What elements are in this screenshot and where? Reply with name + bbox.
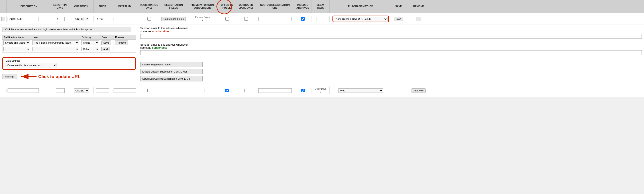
- pub-row1-issue-select[interactable]: The T-Bone and Puff Pastry Issue: [32, 40, 79, 45]
- pub-row2-add-button[interactable]: Add: [101, 47, 110, 51]
- row1-outbound-checkbox[interactable]: [244, 17, 248, 21]
- row1-outbound-cell: [236, 16, 256, 22]
- bottom-currency-select[interactable]: USD ($) EUR (€): [74, 88, 89, 93]
- row1-currency-cell: USD ($) EUR (€): [69, 15, 94, 22]
- arrow-icon: [19, 73, 37, 80]
- unsubscribe-text1: Send an email to this address whenever: [140, 27, 188, 30]
- bottom-row: USD ($) EUR (€) Delay D: [0, 84, 644, 97]
- expanded-content: Click here to view subscribers and login…: [0, 24, 644, 84]
- disable-registration-email-button[interactable]: Disable Registration Email: [140, 62, 203, 67]
- bottom-price-cell: [94, 87, 111, 94]
- header-save: SAVE: [392, 0, 405, 13]
- datasource-select[interactable]: Custom Authentication Interface Option 2…: [6, 63, 57, 67]
- pub-row2-issue-cell: [32, 46, 80, 52]
- row1-top: - USD ($) EUR (€): [0, 13, 644, 24]
- pub-row2-add-cell: Add: [100, 46, 114, 52]
- bottom-add-new-cell: Add New: [405, 87, 432, 94]
- pub-row2-name-select[interactable]: [3, 47, 30, 51]
- bottom-purchase-select[interactable]: Web None (Custom Reg. URL Req'd) PayPal: [338, 88, 383, 93]
- bottom-description-input[interactable]: [8, 88, 39, 93]
- row1-custom-url-input[interactable]: [258, 17, 292, 21]
- bottom-save-cell: [392, 89, 405, 92]
- bottom-outbound-checkbox[interactable]: [244, 89, 248, 92]
- settings-button[interactable]: Settings: [2, 74, 17, 79]
- row1-currency-select[interactable]: USD ($) EUR (€): [74, 17, 89, 21]
- bottom-preview-checkbox[interactable]: [201, 89, 204, 92]
- header-purchase: PURCHASE METHOD: [330, 0, 392, 13]
- subscribe-text2: someone: [140, 46, 151, 49]
- header-include: INCLUDE ARCHIVES: [294, 0, 312, 13]
- bottom-reg-only-checkbox[interactable]: [148, 89, 151, 92]
- row1-custom-url-cell: [256, 15, 294, 22]
- pub-row1-remove-cell: Remove: [114, 40, 130, 46]
- pub-row2-name-cell: [2, 46, 32, 52]
- unsubscribe-word: unsubscribes: [152, 30, 170, 33]
- bottom-paypal-input[interactable]: [114, 88, 136, 93]
- subscribe-section: Send an email to this address whenever s…: [140, 43, 642, 55]
- header-reg-only: REGISTRATION ONLY: [138, 0, 160, 13]
- bottom-length-input[interactable]: [56, 88, 64, 93]
- row1-reg-fields-cell: Registration Fields: [160, 15, 187, 22]
- bottom-outbound-cell: [236, 88, 256, 93]
- bottom-include-checkbox[interactable]: [301, 89, 305, 92]
- row1-reg-fields-button[interactable]: Registration Fields: [162, 17, 186, 21]
- purchase-method-box: None (Custom Reg. URL Req'd) Web PayPal: [332, 15, 389, 22]
- row1-length-cell: [51, 15, 69, 22]
- row1-length-input[interactable]: [56, 17, 64, 21]
- row1-delay-cell: [312, 15, 330, 22]
- pub-row1-remove-button[interactable]: Remove: [115, 40, 128, 45]
- row1-remove-button[interactable]: R: [416, 17, 422, 21]
- bottom-custom-url-input[interactable]: [258, 88, 292, 93]
- bottom-offer-checkbox[interactable]: [225, 89, 229, 92]
- unsubscribe-email-input[interactable]: [140, 34, 642, 39]
- pub-row1-name-select[interactable]: Sweets and Meats: [3, 40, 30, 45]
- row1-reg-only-checkbox[interactable]: [148, 17, 151, 21]
- subscribe-email-input[interactable]: [140, 50, 642, 55]
- row1-include-checkbox[interactable]: [301, 17, 305, 21]
- row1-price-cell: [94, 15, 111, 22]
- header-currency: CURRENCY: [69, 0, 94, 13]
- bottom-include-cell: [294, 88, 312, 93]
- row1-desc-cell: [7, 15, 51, 22]
- row1-purchase-select[interactable]: None (Custom Reg. URL Req'd) Web PayPal: [334, 17, 388, 21]
- annotation-text: Click to update URL: [38, 74, 80, 79]
- row1-minus-button[interactable]: -: [1, 17, 5, 21]
- bottom-price-input[interactable]: [96, 88, 109, 93]
- arrow-annotation: Click to update URL: [19, 73, 80, 80]
- pub-row2-issue-select[interactable]: [32, 47, 79, 51]
- pub-row1-save-button[interactable]: Save: [101, 40, 111, 45]
- pub-row2-delivery-select[interactable]: Online Print: [81, 47, 99, 51]
- pub-row1-delivery-select[interactable]: Online Print: [81, 40, 99, 45]
- row1-offer-checkbox[interactable]: [225, 17, 229, 21]
- enable-custom-conf-email-button[interactable]: Enable Custom Subscription Conf. E-Mail: [140, 69, 203, 74]
- subscribe-word: subscribes: [152, 46, 166, 49]
- pub-header-delivery: Delivery: [80, 35, 100, 39]
- row1-minus-cell: -: [0, 15, 7, 22]
- row1-price-input[interactable]: [96, 17, 109, 21]
- row1-save-button[interactable]: Save: [394, 17, 403, 21]
- row1-paypal-cell: [111, 15, 138, 22]
- bottom-add-new-button[interactable]: Add New: [412, 88, 426, 93]
- row1-description-input[interactable]: [8, 17, 39, 21]
- right-buttons: Disable Registration Email Enable Custom…: [140, 62, 642, 81]
- bottom-delay-label: Delay Days: [315, 88, 326, 90]
- row1-purchase-cell: None (Custom Reg. URL Req'd) Web PayPal: [330, 14, 392, 23]
- row1-delay-input[interactable]: [316, 17, 325, 21]
- datasource-section: Data Source: Custom Authentication Inter…: [2, 57, 136, 80]
- pub-row1-name-cell: Sweets and Meats: [2, 40, 32, 46]
- unsubscribe-text2: someone: [140, 30, 151, 33]
- pub-row-1: Sweets and Meats The T-Bone and Puff Pas…: [2, 40, 136, 46]
- bottom-reg-fields-cell: [160, 89, 187, 92]
- bottom-offer-cell: [218, 88, 236, 93]
- subscribe-text1: Send an email to this address whenever: [140, 43, 188, 46]
- left-section: Click here to view subscribers and login…: [0, 27, 138, 81]
- row1-remove-cell: R: [405, 15, 432, 22]
- setup-custom-conf-email-button[interactable]: Setup/Edit Custom Subscription Conf. E-M…: [140, 76, 203, 81]
- pub-row-2: Online Print Add: [2, 46, 136, 52]
- bottom-length-cell: [51, 87, 69, 94]
- preview-pages-value: 2: [202, 18, 203, 21]
- view-subscribers-button[interactable]: Click here to view subscribers and login…: [2, 27, 132, 32]
- header-length: LENGTH IN DAYS: [51, 0, 69, 13]
- row1-paypal-input[interactable]: [114, 17, 136, 21]
- pub-row1-delivery-cell: Online Print: [80, 40, 100, 46]
